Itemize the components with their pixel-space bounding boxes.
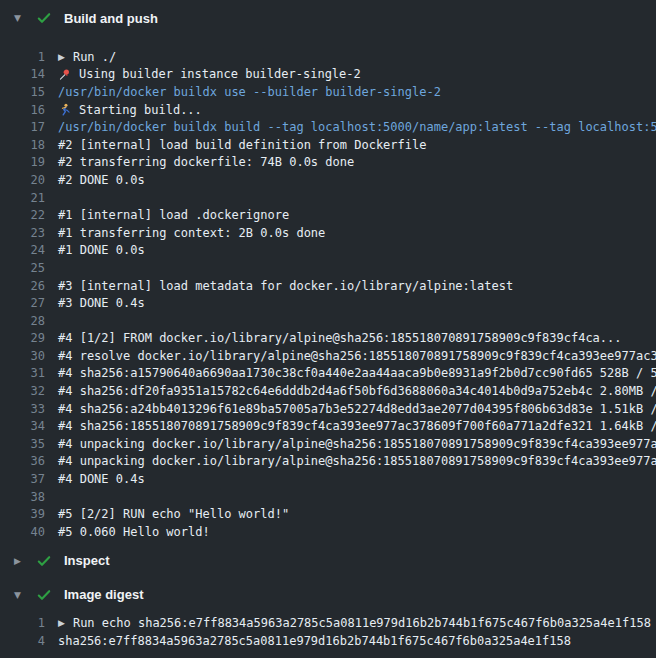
line-number[interactable]: 25 (0, 261, 45, 275)
line-number[interactable]: 23 (0, 226, 45, 240)
log-text-value: #4 DONE 0.4s (58, 472, 145, 486)
log-text-value: #3 DONE 0.4s (58, 296, 145, 310)
expand-group-icon[interactable]: ▶ (58, 618, 65, 628)
runner-icon (58, 103, 71, 116)
log-text-value: sha256:e7ff8834a5963a2785c5a0811e979d16b… (58, 634, 571, 648)
check-icon (36, 10, 52, 26)
log-line: 32#4 sha256:df20fa9351a15782c64e6dddb2d4… (0, 382, 656, 400)
log-line: 27#3 DONE 0.4s (0, 294, 656, 312)
line-number[interactable]: 1 (0, 50, 45, 64)
line-number[interactable]: 29 (0, 331, 45, 345)
log-text-value: #4 sha256:df20fa9351a15782c64e6dddb2d4a6… (58, 384, 656, 398)
log-text-value: #3 [internal] load metadata for docker.i… (58, 279, 513, 293)
log-line: 28 (0, 312, 656, 330)
log-text: ▶Run ./ (58, 50, 116, 64)
line-number[interactable]: 37 (0, 472, 45, 486)
log-text-value: Run echo sha256:e7ff8834a5963a2785c5a081… (73, 616, 651, 630)
chevron-down-icon[interactable]: ▼ (14, 8, 28, 28)
log-line: 22#1 [internal] load .dockerignore (0, 206, 656, 224)
log-text: /usr/bin/docker buildx build --tag local… (58, 120, 656, 134)
log-text-value: #4 [1/2] FROM docker.io/library/alpine@s… (58, 331, 622, 345)
log-line: 15/usr/bin/docker buildx use --builder b… (0, 83, 656, 101)
line-number[interactable]: 28 (0, 314, 45, 328)
line-number[interactable]: 15 (0, 85, 45, 99)
log-text-value: #2 transferring dockerfile: 74B 0.0s don… (58, 155, 354, 169)
expand-group-icon[interactable]: ▶ (58, 52, 65, 62)
line-number[interactable]: 33 (0, 402, 45, 416)
log-line: 18#2 [internal] load build definition fr… (0, 136, 656, 154)
log-text: #2 transferring dockerfile: 74B 0.0s don… (58, 155, 354, 169)
check-icon (36, 587, 52, 603)
line-number[interactable]: 21 (0, 191, 45, 205)
log-line: 24#1 DONE 0.0s (0, 242, 656, 260)
log-text: #2 [internal] load build definition from… (58, 138, 426, 152)
log-text-value: #1 DONE 0.0s (58, 243, 145, 257)
log-text: sha256:e7ff8834a5963a2785c5a0811e979d16b… (58, 634, 571, 648)
log-text-value: #4 unpacking docker.io/library/alpine@sh… (58, 437, 656, 451)
log-text-value: #4 resolve docker.io/library/alpine@sha2… (58, 349, 656, 363)
chevron-right-icon[interactable]: ▶ (14, 551, 28, 571)
line-number[interactable]: 26 (0, 279, 45, 293)
line-number[interactable]: 17 (0, 120, 45, 134)
log-text: #1 DONE 0.0s (58, 243, 145, 257)
line-number[interactable]: 27 (0, 296, 45, 310)
log-text: #1 transferring context: 2B 0.0s done (58, 226, 325, 240)
line-number[interactable]: 19 (0, 155, 45, 169)
log-line: 26#3 [internal] load metadata for docker… (0, 277, 656, 295)
line-number[interactable]: 38 (0, 490, 45, 504)
log-text-value: #5 0.060 Hello world! (58, 525, 210, 539)
log-text-value: #1 transferring context: 2B 0.0s done (58, 226, 325, 240)
line-number[interactable]: 30 (0, 349, 45, 363)
line-number[interactable]: 35 (0, 437, 45, 451)
log-text: #5 [2/2] RUN echo "Hello world!" (58, 507, 289, 521)
log-line: 38 (0, 488, 656, 506)
line-number[interactable]: 31 (0, 366, 45, 380)
line-number[interactable]: 24 (0, 243, 45, 257)
log-text: ▶Run echo sha256:e7ff8834a5963a2785c5a08… (58, 616, 651, 630)
line-number[interactable]: 18 (0, 138, 45, 152)
section-header-inspect[interactable]: ▶ Inspect (0, 551, 656, 571)
line-number[interactable]: 4 (0, 634, 45, 648)
log-text: Using builder instance builder-single-2 (58, 67, 361, 81)
log-line: 23#1 transferring context: 2B 0.0s done (0, 224, 656, 242)
log-line: 14Using builder instance builder-single-… (0, 66, 656, 84)
log-line: 31#4 sha256:a15790640a6690aa1730c38cf0a4… (0, 365, 656, 383)
log-lines-image-digest: 1▶Run echo sha256:e7ff8834a5963a2785c5a0… (0, 615, 656, 650)
log-lines-build-and-push: 1▶Run ./14Using builder instance builder… (0, 48, 656, 541)
section-image-digest: ▼ Image digest 1▶Run echo sha256:e7ff883… (0, 585, 656, 650)
log-line: 19#2 transferring dockerfile: 74B 0.0s d… (0, 154, 656, 172)
log-text: #4 sha256:185518070891758909c9f839cf4ca3… (58, 419, 656, 433)
log-line: 34#4 sha256:185518070891758909c9f839cf4c… (0, 417, 656, 435)
log-text: #3 [internal] load metadata for docker.i… (58, 279, 513, 293)
log-line: 35#4 unpacking docker.io/library/alpine@… (0, 435, 656, 453)
line-number[interactable]: 1 (0, 616, 45, 630)
log-line: 29#4 [1/2] FROM docker.io/library/alpine… (0, 330, 656, 348)
section-header-build-and-push[interactable]: ▼ Build and push (0, 8, 656, 28)
log-text-value: #4 sha256:185518070891758909c9f839cf4ca3… (58, 419, 656, 433)
log-text-value: /usr/bin/docker buildx build --tag local… (58, 120, 656, 134)
chevron-down-icon[interactable]: ▼ (14, 585, 28, 605)
log-text-value: #2 [internal] load build definition from… (58, 138, 426, 152)
line-number[interactable]: 22 (0, 208, 45, 222)
log-line: 37#4 DONE 0.4s (0, 470, 656, 488)
log-text-value: Using builder instance builder-single-2 (79, 67, 361, 81)
line-number[interactable]: 40 (0, 525, 45, 539)
log-text: #4 sha256:a15790640a6690aa1730c38cf0a440… (58, 366, 656, 380)
log-text: #4 unpacking docker.io/library/alpine@sh… (58, 437, 656, 451)
line-number[interactable]: 39 (0, 507, 45, 521)
section-title: Build and push (64, 11, 158, 26)
line-number[interactable]: 34 (0, 419, 45, 433)
line-number[interactable]: 16 (0, 103, 45, 117)
log-text-value: #2 DONE 0.0s (58, 173, 145, 187)
line-number[interactable]: 32 (0, 384, 45, 398)
line-number[interactable]: 14 (0, 67, 45, 81)
check-icon (36, 553, 52, 569)
log-line: 36#4 unpacking docker.io/library/alpine@… (0, 453, 656, 471)
log-text-value: Run ./ (73, 50, 116, 64)
log-line: 4sha256:e7ff8834a5963a2785c5a0811e979d16… (0, 632, 656, 650)
log-line: 39#5 [2/2] RUN echo "Hello world!" (0, 505, 656, 523)
section-header-image-digest[interactable]: ▼ Image digest (0, 585, 656, 605)
line-number[interactable]: 20 (0, 173, 45, 187)
log-text-value: #4 unpacking docker.io/library/alpine@sh… (58, 454, 656, 468)
line-number[interactable]: 36 (0, 454, 45, 468)
